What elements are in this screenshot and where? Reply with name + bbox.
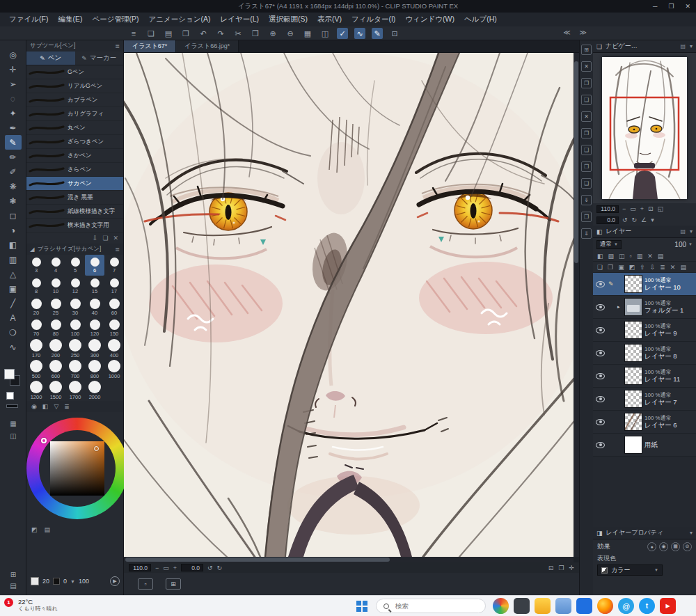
command-icon[interactable]: ▦ bbox=[302, 28, 313, 39]
folder-expander-icon[interactable]: ▸ bbox=[617, 304, 622, 310]
layer-action-icon[interactable]: ▤ bbox=[680, 264, 686, 271]
navigator-zoom-value[interactable]: 110.0 bbox=[596, 205, 619, 213]
brush-size-option[interactable]: 25 bbox=[46, 297, 65, 317]
expression-color-select[interactable]: カラー ▼ bbox=[597, 564, 663, 576]
brush-size-option[interactable]: 120 bbox=[85, 317, 104, 338]
layer-mask-icon[interactable]: ◫ bbox=[619, 253, 625, 260]
panel-menu-icon[interactable]: ≣ bbox=[115, 246, 120, 253]
brush-size-option[interactable]: 700 bbox=[65, 359, 85, 380]
panel-toggle-icon[interactable]: ◫ bbox=[0, 432, 26, 440]
palette-dock-icon[interactable]: ❏ bbox=[581, 178, 592, 189]
effect-toggle-icon[interactable]: ▦ bbox=[671, 542, 680, 551]
document-tab[interactable]: イラスト67* bbox=[124, 40, 176, 52]
layer-mask-icon[interactable]: ▫ bbox=[630, 253, 632, 260]
layer-visibility-eye-icon[interactable] bbox=[596, 304, 605, 310]
command-icon[interactable]: ❒ bbox=[250, 28, 261, 39]
brush-size-option[interactable]: 80 bbox=[46, 317, 65, 338]
blend-mode-select[interactable]: 通常 ▼ bbox=[596, 240, 622, 249]
palette-dock-icon[interactable]: ⊞ bbox=[581, 45, 592, 55]
brush-item[interactable]: サカペン bbox=[26, 177, 123, 191]
layer-mask-icon[interactable]: ◧ bbox=[597, 253, 603, 260]
layer-action-icon[interactable]: ▣ bbox=[618, 264, 624, 271]
brush-size-option[interactable]: 17 bbox=[104, 276, 124, 297]
tool-button[interactable]: ✦ bbox=[5, 106, 22, 120]
launcher-icon[interactable]: ▫ bbox=[138, 578, 153, 590]
navigator-thumbnail[interactable] bbox=[602, 57, 687, 199]
layer-thumbnail[interactable] bbox=[624, 367, 642, 385]
tool-button[interactable]: ▥ bbox=[5, 252, 22, 267]
color-panel-option-icon[interactable]: ◩ bbox=[31, 526, 38, 533]
command-icon[interactable]: ◫ bbox=[319, 28, 331, 39]
brush-size-option[interactable]: 200 bbox=[46, 338, 65, 359]
navigator-zoom-icon[interactable]: ⊡ bbox=[648, 205, 654, 212]
navigator-zoom-icon[interactable]: ◱ bbox=[658, 205, 664, 212]
tool-button[interactable]: ✎ bbox=[5, 135, 22, 150]
navigator-rotate-icon[interactable]: ↺ bbox=[622, 216, 628, 223]
brush-item[interactable]: 紙線模様描き文字 bbox=[26, 205, 123, 219]
brush-size-option[interactable]: 10 bbox=[46, 276, 65, 297]
color-panel-option-icon[interactable]: ▤ bbox=[45, 526, 51, 533]
tool-button[interactable]: ╱ bbox=[5, 296, 22, 310]
layer-row[interactable]: ✎ ▸ 用紙 bbox=[593, 434, 696, 457]
layer-mask-icon[interactable]: ✕ bbox=[647, 253, 653, 260]
brush-item[interactable]: Gペン bbox=[26, 65, 123, 79]
taskbar-app-blue-icon[interactable] bbox=[576, 598, 592, 614]
tool-button[interactable]: ❋ bbox=[5, 179, 22, 194]
layer-mask-icon[interactable]: ▤ bbox=[658, 253, 664, 260]
view-control-icon[interactable]: ✛ bbox=[569, 564, 574, 571]
view-control-icon[interactable]: ❐ bbox=[558, 564, 564, 571]
brush-size-option[interactable]: 30 bbox=[65, 297, 85, 317]
navigator-tab[interactable]: ナビゲーター bbox=[606, 42, 642, 51]
layer-thumbnail[interactable] bbox=[624, 298, 642, 316]
layer-visibility-eye-icon[interactable] bbox=[596, 327, 605, 333]
palette-dock-icon[interactable]: ❐ bbox=[581, 128, 592, 139]
effect-toggle-icon[interactable]: ⊘ bbox=[683, 542, 692, 551]
menu-item[interactable]: 編集(E) bbox=[53, 15, 87, 24]
brush-list-action-icon[interactable]: ⇩ bbox=[93, 235, 98, 242]
layer-mask-icon[interactable]: ▨ bbox=[608, 253, 615, 260]
palette-dock-icon[interactable]: ❐ bbox=[581, 212, 592, 222]
taskbar-app-system-icon[interactable] bbox=[514, 598, 530, 614]
layer-visibility-eye-icon[interactable] bbox=[596, 419, 605, 425]
layer-action-icon[interactable]: ⇧ bbox=[640, 264, 645, 271]
vertical-scrollbar[interactable] bbox=[574, 53, 579, 557]
taskbar-app-file-explorer-icon[interactable] bbox=[535, 598, 551, 614]
brush-size-option[interactable]: 400 bbox=[104, 338, 124, 359]
tool-button[interactable]: ◌ bbox=[5, 91, 22, 106]
taskbar-app-firefox-icon[interactable] bbox=[597, 598, 613, 614]
brush-size-option[interactable]: 7 bbox=[104, 255, 124, 276]
workspace-icon[interactable]: ⊞ bbox=[0, 571, 26, 578]
tool-button[interactable]: △ bbox=[5, 267, 22, 281]
collapse-icon[interactable]: ▾ bbox=[690, 228, 693, 235]
brush-item[interactable]: 混き 黒墨 bbox=[26, 191, 123, 205]
minimize-button[interactable]: ─ bbox=[653, 3, 657, 10]
subtool-tab[interactable]: ✎マーカー bbox=[75, 52, 124, 65]
zoom-control-icon[interactable]: + bbox=[173, 564, 177, 571]
taskbar-app-twitter-icon[interactable]: t bbox=[639, 598, 655, 614]
windows-start-button[interactable] bbox=[356, 601, 368, 613]
panel-menu-icon[interactable]: ≣ bbox=[115, 43, 120, 49]
brush-size-option[interactable]: 70 bbox=[26, 317, 46, 338]
brush-size-option[interactable]: 60 bbox=[104, 297, 124, 317]
grid-icon[interactable]: ▦ bbox=[0, 420, 26, 427]
document-tab[interactable]: イラスト66.jpg* bbox=[176, 40, 239, 52]
layer-thumbnail[interactable] bbox=[624, 390, 642, 408]
brush-item[interactable]: ざらつきペン bbox=[26, 135, 123, 149]
tool-button[interactable]: ∿ bbox=[5, 340, 22, 354]
view-control-icon[interactable]: ⊡ bbox=[548, 564, 554, 571]
layer-row[interactable]: ✎ ▸ 100 %通常 レイヤー 10 bbox=[593, 273, 696, 296]
rotate-control-icon[interactable]: ↺ bbox=[207, 564, 213, 571]
brush-size-option[interactable]: 500 bbox=[26, 359, 46, 380]
tool-button[interactable]: ✏ bbox=[5, 150, 22, 164]
zoom-value[interactable]: 110.0 bbox=[129, 564, 151, 571]
brush-size-option[interactable]: 300 bbox=[85, 338, 104, 359]
main-color-swatch[interactable] bbox=[4, 369, 15, 379]
dropdown-caret-icon[interactable]: ▼ bbox=[70, 579, 75, 584]
tool-button[interactable]: ✛ bbox=[5, 62, 22, 77]
tool-button[interactable]: ❃ bbox=[5, 194, 22, 208]
command-icon[interactable]: ▤ bbox=[163, 28, 174, 39]
brush-list-action-icon[interactable]: ✕ bbox=[113, 235, 118, 242]
collapse-icon[interactable]: ▾ bbox=[690, 43, 693, 49]
navigator-rotate-value[interactable]: 0.0 bbox=[596, 216, 619, 224]
canvas-viewport[interactable] bbox=[124, 53, 579, 557]
